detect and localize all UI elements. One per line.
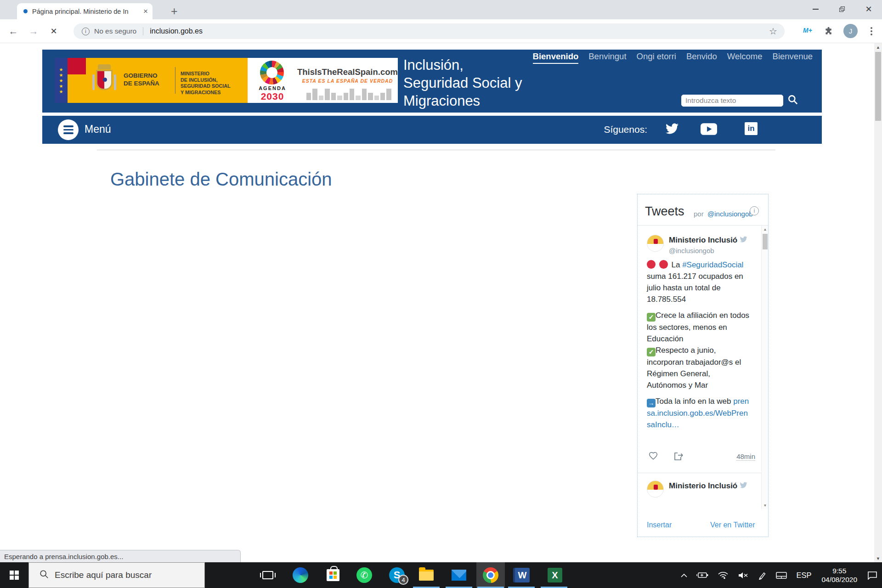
widget-info-icon[interactable]: i — [750, 206, 759, 215]
eu-flag-icon: ★★★★★ — [55, 58, 68, 103]
excel-button[interactable]: X — [540, 562, 568, 588]
start-button[interactable] — [0, 562, 28, 588]
chrome-button[interactable] — [476, 562, 505, 588]
minimize-button[interactable] — [802, 0, 829, 18]
store-button[interactable] — [319, 562, 347, 588]
browser-status-text: Esperando a prensa.inclusion.gob.es... — [0, 550, 241, 562]
hamburger-menu-icon[interactable] — [58, 119, 79, 140]
forward-button[interactable]: → — [27, 24, 40, 38]
mplus-extension-icon[interactable]: M+ — [803, 27, 812, 34]
twitter-icon[interactable] — [665, 122, 679, 137]
browser-titlebar: Página principal. Ministerio de In × + ✕ — [0, 0, 882, 19]
government-banner[interactable]: ★★★★★ GOBIERNO DE ESPAÑA MINISTERIO DE I… — [55, 58, 398, 103]
tweet-timestamp[interactable]: 48min — [736, 452, 755, 461]
lang-benvingut[interactable]: Benvingut — [588, 51, 626, 64]
widget-scroll-down-icon[interactable]: ▼ — [762, 502, 769, 509]
system-tray: ESP 9:55 04/08/2020 — [676, 562, 882, 588]
security-label: No es seguro — [94, 27, 136, 35]
menu-label[interactable]: Menú — [85, 123, 111, 136]
tweet-author-name[interactable]: Ministerio Inclusió — [669, 481, 737, 491]
browser-toolbar: ← → ✕ i No es seguro inclusion.gob.es ☆ … — [0, 19, 882, 43]
close-window-button[interactable]: ✕ — [855, 0, 882, 18]
widget-scroll-up-icon[interactable]: ▲ — [762, 226, 769, 233]
embed-link[interactable]: Insertar — [647, 521, 672, 529]
skype-badge: 4 — [398, 575, 408, 585]
taskbar-clock[interactable]: 9:55 04/08/2020 — [816, 562, 863, 588]
twitter-widget-header: Tweets por @inclusiongob i — [638, 194, 768, 226]
task-view-button[interactable] — [254, 562, 282, 588]
bookmark-star-icon[interactable]: ☆ — [769, 26, 777, 37]
file-explorer-icon — [419, 570, 434, 581]
restore-button[interactable] — [829, 0, 855, 18]
back-button[interactable]: ← — [6, 24, 20, 38]
government-logo: ★★★★★ GOBIERNO DE ESPAÑA MINISTERIO DE I… — [55, 58, 248, 103]
page-scrollbar[interactable]: ▲ ▼ — [874, 43, 882, 562]
lang-benvido[interactable]: Benvido — [686, 51, 717, 64]
site-menubar: Menú Síguenos: in — [42, 116, 822, 144]
edge-button[interactable] — [286, 562, 315, 588]
action-center-icon[interactable] — [863, 562, 882, 588]
lang-welcome[interactable]: Welcome — [727, 51, 763, 64]
word-button[interactable]: W — [507, 562, 536, 588]
taskbar-search-input[interactable] — [55, 570, 192, 580]
share-icon[interactable] — [673, 451, 684, 464]
tweet-author-row[interactable]: Ministerio Inclusió @inclusiongob — [647, 235, 750, 254]
page-info-icon[interactable]: i — [82, 28, 90, 35]
tweet-body: La #SeguridadSocial suma 161.217 ocupado… — [647, 259, 751, 430]
lang-bienvenido[interactable]: Bienvenido — [533, 51, 579, 64]
file-explorer-button[interactable] — [412, 562, 441, 588]
scroll-down-icon[interactable]: ▼ — [874, 554, 882, 562]
hashtag-link[interactable]: #SeguridadSocial — [682, 260, 743, 269]
youtube-icon[interactable] — [701, 123, 717, 137]
site-header: Bienvenido Benvingut Ongi etorri Benvido… — [42, 50, 822, 113]
view-on-twitter-link[interactable]: Ver en Twitter — [710, 521, 755, 529]
scrollbar-thumb[interactable] — [875, 52, 881, 121]
widget-scrollbar-thumb[interactable] — [763, 234, 768, 249]
ministry-avatar[interactable] — [647, 235, 664, 252]
taskbar-search[interactable] — [28, 562, 205, 588]
chrome-menu-icon[interactable] — [867, 25, 876, 37]
url-text: inclusion.gob.es — [150, 27, 769, 35]
whatsapp-button[interactable]: ✆ — [350, 562, 379, 588]
ministry-avatar[interactable] — [647, 481, 664, 498]
pen-icon[interactable] — [753, 562, 771, 588]
widget-scrollbar[interactable]: ▲ ▼ — [761, 226, 768, 509]
extensions-puzzle-icon[interactable] — [824, 27, 833, 38]
content-divider — [97, 150, 775, 150]
stop-loading-button[interactable]: ✕ — [47, 24, 61, 38]
address-bar[interactable]: i No es seguro inclusion.gob.es ☆ — [74, 23, 785, 39]
touchpad-icon[interactable] — [771, 562, 792, 588]
tweet-author-row[interactable]: Ministerio Inclusió — [647, 481, 750, 498]
tweet-author-name[interactable]: Ministerio Inclusió — [669, 236, 737, 245]
keyboard-language[interactable]: ESP — [792, 562, 816, 588]
windows-logo-icon — [10, 571, 19, 580]
linkedin-icon[interactable]: in — [745, 122, 758, 135]
restore-icon — [839, 6, 845, 12]
tray-date: 04/08/2020 — [821, 576, 857, 583]
mail-button[interactable] — [445, 562, 473, 588]
tray-chevron-icon[interactable] — [676, 562, 692, 588]
wifi-icon[interactable] — [713, 562, 733, 588]
tweets-handle-link[interactable]: @inclusiongob — [707, 210, 753, 218]
agenda-2030-logo: AGENDA 2030 — [248, 58, 297, 103]
browser-tab[interactable]: Página principal. Ministerio de In × — [17, 3, 153, 19]
volume-muted-icon[interactable] — [733, 562, 753, 588]
like-icon[interactable] — [648, 451, 659, 463]
new-tab-button[interactable]: + — [171, 5, 178, 17]
battery-icon[interactable] — [692, 562, 713, 588]
site-search-icon[interactable] — [787, 94, 799, 107]
edge-icon — [293, 567, 308, 583]
excel-icon: X — [548, 568, 562, 582]
lang-bienvenue[interactable]: Bienvenue — [773, 51, 813, 64]
taskbar: ✆ S 4 W X — [0, 562, 882, 588]
tweet-author-handle[interactable]: @inclusiongob — [669, 247, 748, 254]
tweets-title: Tweets — [645, 204, 684, 219]
sdg-wheel-icon — [260, 61, 284, 85]
site-search-input[interactable] — [681, 95, 783, 107]
profile-avatar[interactable]: J — [843, 24, 858, 38]
scroll-up-icon[interactable]: ▲ — [874, 43, 882, 51]
lang-ongi-etorri[interactable]: Ongi etorri — [637, 51, 676, 64]
tab-close-icon[interactable]: × — [143, 7, 148, 16]
skype-button[interactable]: S 4 — [383, 562, 411, 588]
twitter-bird-icon — [739, 481, 748, 491]
